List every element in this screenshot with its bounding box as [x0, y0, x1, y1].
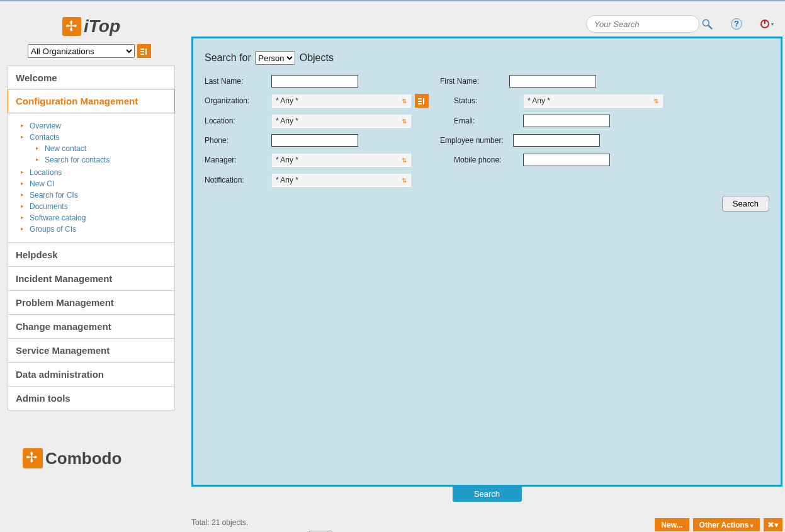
nav-dataadmin[interactable]: Data administration	[8, 362, 174, 386]
results-total: Total: 21 objects.	[191, 518, 391, 527]
org-selector[interactable]: All Organizations	[28, 44, 135, 58]
nav-admin[interactable]: Admin tools	[8, 386, 174, 410]
input-employee-number[interactable]	[513, 134, 600, 147]
nav-problem[interactable]: Problem Management	[8, 290, 174, 314]
menu-groups-cis[interactable]: Groups of CIs	[30, 225, 76, 234]
menu-overview[interactable]: Overview	[30, 122, 61, 130]
search-button[interactable]: Search	[722, 196, 769, 212]
label-phone: Phone:	[205, 136, 271, 145]
label-organization: Organization:	[205, 96, 271, 105]
global-search	[586, 15, 713, 33]
select-location[interactable]: * Any *	[271, 114, 411, 128]
label-first-name: First Name:	[440, 77, 509, 86]
global-search-input[interactable]	[586, 15, 699, 33]
menu-locations[interactable]: Locations	[30, 168, 62, 177]
nav-helpdesk[interactable]: Helpdesk	[8, 242, 174, 266]
org-tree-picker[interactable]	[415, 94, 429, 108]
input-first-name[interactable]	[509, 75, 596, 88]
label-location: Location:	[205, 116, 271, 125]
menu-new-contact[interactable]: New contact	[45, 144, 86, 153]
label-status: Status:	[454, 96, 523, 105]
label-last-name: Last Name:	[205, 77, 271, 86]
nav-change[interactable]: Change management	[8, 314, 174, 338]
menu-search-cis[interactable]: Search for CIs	[30, 191, 78, 200]
nav-service[interactable]: Service Management	[8, 338, 174, 362]
nav-welcome[interactable]: Welcome	[8, 66, 174, 89]
menu-new-ci[interactable]: New CI	[30, 179, 54, 188]
svg-line-1	[709, 26, 712, 29]
nav-incident[interactable]: Incident Management	[8, 266, 174, 290]
label-notification: Notification:	[205, 176, 271, 184]
select-notification[interactable]: * Any *	[271, 173, 411, 187]
menu-documents[interactable]: Documents	[30, 202, 68, 211]
tools-button[interactable]: ✖▾	[764, 518, 782, 531]
menu-contacts[interactable]: Contacts	[30, 133, 59, 142]
select-manager[interactable]: * Any *	[271, 153, 411, 167]
menu-search-contacts[interactable]: Search for contacts	[45, 156, 110, 164]
select-organization[interactable]: * Any *	[271, 94, 411, 108]
search-toggle-tab[interactable]: Search	[453, 486, 522, 502]
org-tree-button[interactable]	[137, 44, 151, 58]
label-mobile-phone: Mobile phone:	[454, 156, 523, 164]
label-email: Email:	[454, 116, 523, 125]
other-actions-button[interactable]: Other Actions	[693, 518, 760, 531]
input-email[interactable]	[523, 115, 610, 127]
label-employee-number: Employee number:	[440, 136, 513, 145]
nav-config-mgmt[interactable]: Configuration Management	[8, 89, 175, 113]
label-manager: Manager:	[205, 156, 271, 164]
search-icon[interactable]	[701, 18, 713, 30]
sidebar: iTop All Organizations Welcome Configura…	[0, 1, 183, 476]
help-icon[interactable]: ?	[731, 18, 742, 30]
app-logo: iTop	[8, 16, 175, 37]
search-panel: Search for Person Objects Last Name: Fir…	[191, 37, 782, 487]
menu-software-catalog[interactable]: Software catalog	[30, 213, 86, 222]
input-mobile-phone[interactable]	[523, 154, 610, 166]
object-type-select[interactable]: Person	[255, 51, 295, 65]
search-title: Search for Person Objects	[205, 51, 769, 65]
vendor-logo: Combodo	[8, 448, 175, 468]
input-last-name[interactable]	[271, 75, 358, 88]
input-phone[interactable]	[271, 134, 358, 147]
logout-menu[interactable]	[760, 17, 774, 31]
new-button[interactable]: New...	[655, 518, 689, 531]
main-content: Search for Person Objects Last Name: Fir…	[189, 1, 785, 532]
select-status[interactable]: * Any *	[523, 94, 663, 108]
